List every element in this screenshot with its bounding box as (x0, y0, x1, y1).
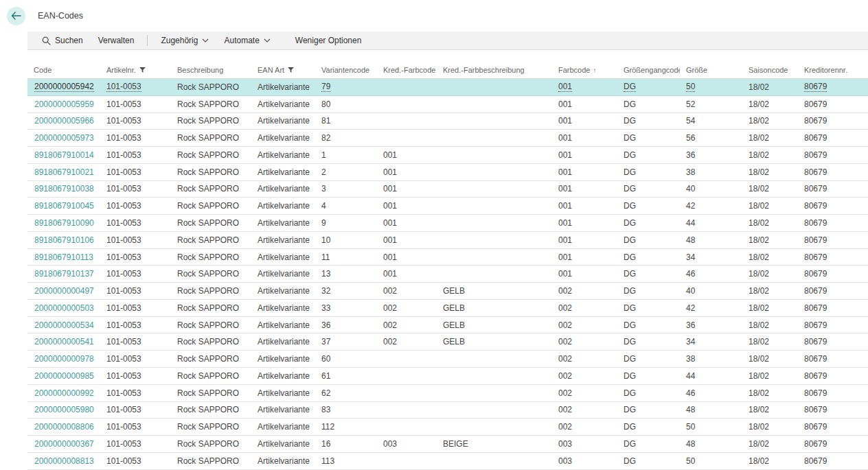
cell-ean-art[interactable]: Artikelvariante (251, 96, 315, 113)
cell-code[interactable]: 8918067910014 (27, 147, 100, 163)
cell-code[interactable]: 2000000000992 (27, 385, 100, 401)
column-header-farbcode[interactable]: Farbcode↑ (552, 62, 617, 78)
cell-saisoncode[interactable]: 18/02 (742, 215, 798, 231)
cell-ean-art[interactable]: Artikelvariante (251, 419, 315, 435)
cell-kred-farbbeschreibung[interactable]: GELB (437, 317, 552, 333)
cell-ean-art[interactable]: Artikelvariante (251, 249, 315, 266)
column-header-groessengangcode[interactable]: Größengangcode (617, 62, 680, 78)
table-row[interactable]: 8918067910090101-0053Rock SAPPOROArtikel… (27, 215, 868, 232)
cell-saisoncode[interactable]: 18/02 (742, 351, 798, 367)
cell-saisoncode[interactable]: 18/02 (742, 79, 798, 95)
cell-groessengangcode[interactable]: DG (617, 113, 680, 130)
cell-variantencode[interactable]: 79 (315, 79, 377, 95)
column-header-groesse[interactable]: Größe (680, 62, 742, 78)
cell-saisoncode[interactable]: 18/02 (742, 385, 798, 401)
cell-code[interactable]: 2000000005959 (27, 96, 100, 113)
cell-groessengangcode[interactable]: DG (617, 317, 680, 333)
cell-ean-art[interactable]: Artikelvariante (251, 113, 315, 130)
cell-beschreibung[interactable]: Rock SAPPORO (171, 368, 251, 384)
cell-kred-farbbeschreibung[interactable] (437, 368, 552, 384)
code-link[interactable]: 2000000005973 (34, 133, 94, 143)
table-row[interactable]: 8918067910014101-0053Rock SAPPOROArtikel… (27, 147, 868, 164)
cell-kred-farbbeschreibung[interactable] (437, 130, 552, 146)
cell-artikelnr[interactable]: 101-0053 (100, 283, 171, 299)
cell-code[interactable]: 2000000005966 (27, 113, 100, 130)
cell-kred-farbcode[interactable] (377, 96, 437, 113)
manage-button[interactable]: Verwalten (91, 32, 142, 49)
cell-kreditorennr[interactable]: 80679 (798, 333, 868, 350)
cell-beschreibung[interactable]: Rock SAPPORO (171, 215, 251, 231)
cell-kred-farbbeschreibung[interactable] (437, 147, 552, 163)
cell-artikelnr[interactable]: 101-0053 (100, 317, 171, 333)
cell-kreditorennr[interactable]: 80679 (798, 402, 868, 419)
cell-kred-farbbeschreibung[interactable]: GELB (437, 333, 552, 350)
cell-farbcode[interactable]: 001 (552, 113, 617, 130)
cell-kred-farbcode[interactable]: 001 (377, 181, 437, 198)
code-link[interactable]: 8918067910090 (34, 218, 94, 228)
cell-kreditorennr[interactable]: 80679 (798, 198, 868, 214)
cell-ean-art[interactable]: Artikelvariante (251, 232, 315, 248)
column-header-code[interactable]: Code (27, 62, 100, 78)
cell-kred-farbbeschreibung[interactable] (437, 232, 552, 248)
cell-groesse[interactable]: 44 (680, 368, 742, 384)
cell-kred-farbcode[interactable]: 001 (377, 266, 437, 282)
table-row[interactable]: 2000000008806101-0053Rock SAPPOROArtikel… (27, 419, 868, 436)
cell-groesse[interactable]: 36 (680, 147, 742, 163)
cell-variantencode[interactable]: 61 (315, 368, 377, 384)
cell-beschreibung[interactable]: Rock SAPPORO (171, 164, 251, 180)
cell-groesse[interactable]: 40 (680, 181, 742, 198)
cell-artikelnr[interactable]: 101-0053 (100, 249, 171, 266)
cell-farbcode[interactable]: 003 (552, 453, 617, 469)
cell-farbcode[interactable]: 001 (552, 215, 617, 231)
cell-kred-farbcode[interactable] (377, 113, 437, 130)
code-link[interactable]: 2000000000992 (34, 388, 94, 398)
cell-groessengangcode[interactable]: DG (617, 385, 680, 401)
automate-menu-button[interactable]: Automate (216, 32, 277, 49)
cell-code[interactable]: 8918067910137 (27, 266, 100, 282)
cell-ean-art[interactable]: Artikelvariante (251, 436, 315, 452)
cell-ean-art[interactable]: Artikelvariante (251, 147, 315, 163)
cell-kreditorennr[interactable]: 80679 (798, 385, 868, 401)
cell-farbcode[interactable]: 001 (552, 266, 617, 282)
cell-ean-art[interactable]: Artikelvariante (251, 130, 315, 146)
cell-ean-art[interactable]: Artikelvariante (251, 215, 315, 231)
cell-groessengangcode[interactable]: DG (617, 300, 680, 316)
cell-beschreibung[interactable]: Rock SAPPORO (171, 283, 251, 299)
cell-variantencode[interactable]: 1 (315, 147, 377, 163)
cell-kred-farbbeschreibung[interactable] (437, 266, 552, 282)
cell-farbcode[interactable]: 001 (552, 232, 617, 248)
less-options-button[interactable]: Weniger Optionen (288, 32, 369, 49)
cell-kred-farbbeschreibung[interactable] (437, 351, 552, 367)
table-row[interactable]: 2000000000503101-0053Rock SAPPOROArtikel… (27, 300, 868, 317)
cell-groesse[interactable]: 44 (680, 215, 742, 231)
cell-farbcode[interactable]: 001 (552, 147, 617, 163)
cell-groessengangcode[interactable]: DG (617, 453, 680, 469)
table-row[interactable]: 2000000005973101-0053Rock SAPPOROArtikel… (27, 130, 868, 147)
cell-kred-farbbeschreibung[interactable] (437, 419, 552, 435)
cell-groesse[interactable]: 46 (680, 385, 742, 401)
cell-ean-art[interactable]: Artikelvariante (251, 164, 315, 180)
cell-code[interactable]: 8918067910106 (27, 232, 100, 248)
code-link[interactable]: 2000000008806 (34, 422, 94, 432)
cell-beschreibung[interactable]: Rock SAPPORO (171, 232, 251, 248)
table-row[interactable]: 8918067910021101-0053Rock SAPPOROArtikel… (27, 164, 868, 181)
cell-groessengangcode[interactable]: DG (617, 436, 680, 452)
cell-groesse[interactable]: 42 (680, 300, 742, 316)
cell-code[interactable]: 8918067910045 (27, 198, 100, 214)
related-menu-button[interactable]: Zugehörig (153, 32, 216, 49)
cell-farbcode[interactable]: 001 (552, 164, 617, 180)
cell-variantencode[interactable]: 2 (315, 164, 377, 180)
cell-artikelnr[interactable]: 101-0053 (100, 198, 171, 214)
code-link[interactable]: 2000000005942 (34, 82, 94, 92)
cell-variantencode[interactable]: 13 (315, 266, 377, 282)
cell-farbcode[interactable]: 003 (552, 436, 617, 452)
cell-code[interactable]: 2000000008806 (27, 419, 100, 435)
cell-artikelnr[interactable]: 101-0053 (100, 385, 171, 401)
cell-kred-farbcode[interactable]: 001 (377, 249, 437, 266)
cell-farbcode[interactable]: 002 (552, 402, 617, 419)
cell-farbcode[interactable]: 002 (552, 333, 617, 350)
cell-saisoncode[interactable]: 18/02 (742, 266, 798, 282)
cell-saisoncode[interactable]: 18/02 (742, 317, 798, 333)
cell-beschreibung[interactable]: Rock SAPPORO (171, 266, 251, 282)
cell-groesse[interactable]: 38 (680, 164, 742, 180)
